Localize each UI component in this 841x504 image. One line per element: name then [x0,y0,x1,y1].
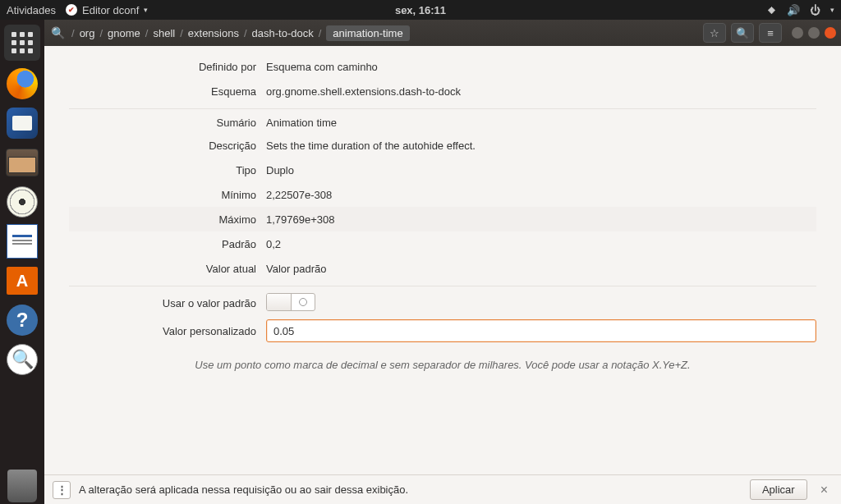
rhythmbox-launcher[interactable] [4,184,40,220]
files-icon [6,149,39,176]
value-maximo: 1,79769e+308 [266,213,816,226]
float-hint: Use um ponto como marca de decimal e sem… [69,359,816,371]
status-message: A alteração será aplicada nessa requisiç… [79,483,742,496]
label-sumario: Sumário [69,117,266,129]
breadcrumb[interactable]: 🔍 / org / gnome / shell / extensions / d… [49,25,698,41]
label-tipo: Tipo [69,164,266,176]
crumb-extensions[interactable]: extensions [188,27,239,39]
info-button[interactable]: ⋮ [53,481,71,499]
toggle-off-indicator [299,298,307,306]
window-minimize[interactable] [792,27,803,39]
app-menu[interactable]: ✔ Editor dconf ▾ [66,4,148,16]
crumb-org[interactable]: org [80,27,95,39]
value-esquema: org.gnome.shell.extensions.dash-to-dock [266,85,816,98]
label-esquema: Esquema [69,85,266,98]
label-minimo: Mínimo [69,189,266,201]
search-button[interactable]: 🔍 [731,23,754,43]
value-valor-atual: Valor padrão [266,263,816,275]
dconf-window: 🔍 / org / gnome / shell / extensions / d… [44,20,841,504]
disc-icon [7,186,38,218]
label-valor-atual: Valor atual [69,263,266,275]
writer-launcher[interactable] [4,223,40,259]
show-applications-button[interactable] [4,25,40,61]
label-valor-personalizado: Valor personalizado [69,325,266,337]
titlebar: 🔍 / org / gnome / shell / extensions / d… [44,20,841,46]
network-icon[interactable]: ⯁ [766,4,777,16]
dconf-mini-icon: ✔ [66,4,77,16]
crumb-gnome[interactable]: gnome [108,27,140,39]
help-icon: ? [7,305,38,336]
trash-icon [7,470,37,502]
writer-icon [7,224,38,259]
star-icon: ☆ [710,27,719,39]
clock[interactable]: sex, 16:11 [395,4,446,16]
crumb-current[interactable]: animation-time [326,25,409,41]
system-topbar: Atividades ✔ Editor dconf ▾ sex, 16:11 ⯁… [0,0,841,20]
crumb-shell[interactable]: shell [153,27,175,39]
crumb-dash-to-dock[interactable]: dash-to-dock [252,27,314,39]
store-icon [7,267,38,295]
apply-button[interactable]: Aplicar [750,479,807,500]
statusbar: ⋮ A alteração será aplicada nessa requis… [44,474,841,504]
label-definido-por: Definido por [69,61,266,73]
use-default-toggle[interactable] [266,293,315,311]
custom-value-input[interactable] [266,319,816,342]
files-launcher[interactable] [4,144,40,181]
search-icon[interactable]: 🔍 [51,26,65,39]
software-launcher[interactable] [4,263,40,299]
value-padrao: 0,2 [266,238,816,250]
value-tipo: Duplo [266,164,816,176]
menu-button[interactable]: ≡ [759,23,782,43]
trash-launcher[interactable] [4,468,40,504]
hamburger-icon: ≡ [767,27,774,39]
search-icon: 🔍 [736,27,749,39]
bookmark-button[interactable]: ☆ [703,23,726,43]
value-minimo: 2,22507e-308 [266,189,816,201]
dock: ? 🔍 [0,20,44,504]
window-maximize[interactable] [808,27,820,39]
chevron-down-icon: ▾ [144,6,148,14]
content-area: Definido porEsquema com caminho Esquemao… [44,46,841,474]
label-padrao: Padrão [69,238,266,250]
firefox-launcher[interactable] [4,66,40,102]
info-icon: ⋮ [57,483,67,496]
help-launcher[interactable]: ? [4,302,40,338]
value-definido-por: Esquema com caminho [266,61,816,73]
value-descricao: Sets the time duration of the autohide e… [266,140,816,152]
dconf-launcher[interactable]: 🔍 [4,341,40,378]
label-maximo: Máximo [69,213,266,226]
volume-icon[interactable]: 🔊 [787,4,800,16]
thunderbird-launcher[interactable] [4,105,40,141]
activities-button[interactable]: Atividades [7,4,56,16]
dconf-icon: 🔍 [7,344,38,375]
window-close[interactable] [825,27,836,39]
label-usar-padrao: Usar o valor padrão [69,297,266,309]
power-icon[interactable]: ⏻ [810,4,820,16]
chevron-down-icon: ▾ [830,6,834,14]
value-sumario: Animation time [266,117,816,129]
firefox-icon [7,68,38,99]
dismiss-button[interactable]: × [816,483,833,497]
label-descricao: Descrição [69,140,266,152]
thunderbird-icon [7,108,38,139]
